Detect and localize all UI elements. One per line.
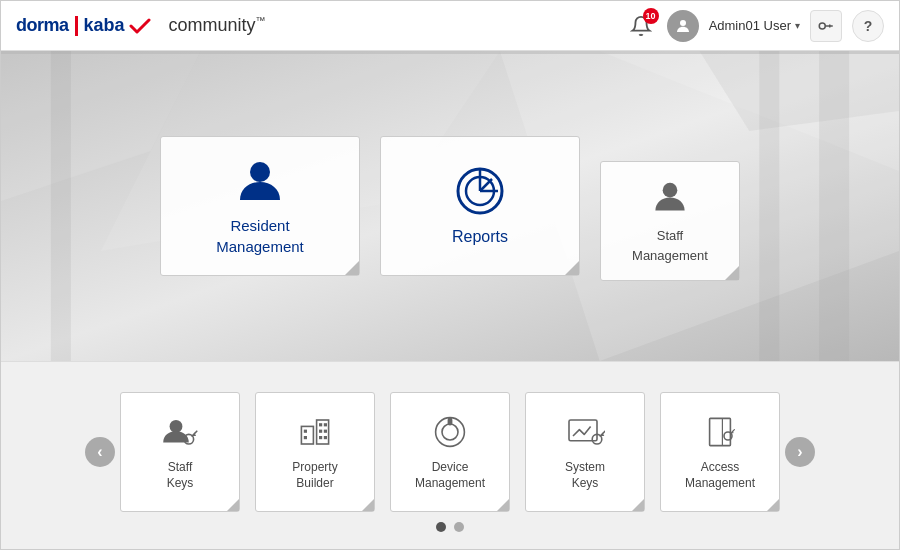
svg-point-1 — [819, 23, 825, 29]
hero-section: ResidentManagement Reports — [1, 51, 899, 361]
svg-rect-27 — [319, 436, 322, 439]
svg-rect-26 — [324, 430, 327, 433]
access-management-label: AccessManagement — [685, 460, 755, 491]
user-menu-button[interactable]: Admin01 User ▾ — [709, 18, 800, 33]
carousel-next-button[interactable]: › — [785, 437, 815, 467]
system-keys-icon — [565, 412, 605, 452]
carousel-dot-2[interactable] — [454, 522, 464, 532]
svg-point-0 — [680, 20, 686, 26]
svg-point-30 — [442, 424, 458, 440]
reports-card[interactable]: Reports — [380, 136, 580, 276]
svg-rect-24 — [324, 423, 327, 426]
svg-rect-11 — [759, 51, 779, 361]
help-button[interactable]: ? — [852, 10, 884, 42]
logo-symbol — [129, 17, 151, 35]
logo-dorm: dorma — [16, 15, 69, 36]
svg-rect-12 — [51, 51, 71, 361]
hero-cards-container: ResidentManagement Reports — [160, 131, 740, 281]
carousel-dots — [436, 522, 464, 532]
bottom-carousel: ‹ StaffKeys — [1, 392, 899, 512]
carousel-prev-button[interactable]: ‹ — [85, 437, 115, 467]
user-icon — [674, 17, 692, 35]
svg-rect-28 — [324, 436, 327, 439]
notification-badge: 10 — [643, 8, 659, 24]
staff-keys-label: StaffKeys — [167, 460, 194, 491]
system-keys-label: SystemKeys — [565, 460, 605, 491]
device-management-label: DeviceManagement — [415, 460, 485, 491]
svg-rect-19 — [301, 426, 313, 444]
bottom-cards-container: StaffKeys — [120, 392, 780, 512]
bottom-section: ‹ StaffKeys — [1, 361, 899, 550]
header-right: 10 Admin01 User ▾ ? — [625, 10, 884, 42]
svg-rect-10 — [819, 51, 849, 361]
logo-red-divider — [75, 16, 78, 36]
app-name-label: community™ — [169, 15, 266, 36]
staff-management-icon — [651, 177, 689, 215]
staff-keys-card[interactable]: StaffKeys — [120, 392, 240, 512]
svg-rect-23 — [319, 423, 322, 426]
property-builder-icon — [295, 412, 335, 452]
svg-rect-22 — [304, 436, 307, 439]
property-builder-label: PropertyBuilder — [292, 460, 337, 491]
svg-rect-21 — [304, 430, 307, 433]
help-icon: ? — [864, 18, 873, 34]
svg-rect-31 — [448, 418, 453, 426]
staff-management-card[interactable]: StaffManagement — [600, 161, 740, 281]
device-management-card[interactable]: DeviceManagement — [390, 392, 510, 512]
chevron-down-icon: ▾ — [795, 20, 800, 31]
property-builder-card[interactable]: PropertyBuilder — [255, 392, 375, 512]
key-settings-button[interactable] — [810, 10, 842, 42]
header-left: dormakaba community™ — [16, 15, 266, 36]
logo-kaba: kaba — [84, 15, 125, 36]
svg-point-17 — [170, 420, 183, 433]
notifications-button[interactable]: 10 — [625, 10, 657, 42]
staff-management-label: StaffManagement — [632, 225, 708, 265]
key-icon — [817, 17, 835, 35]
carousel-dot-1[interactable] — [436, 522, 446, 532]
access-management-card[interactable]: AccessManagement — [660, 392, 780, 512]
reports-label: Reports — [452, 227, 508, 248]
system-keys-card[interactable]: SystemKeys — [525, 392, 645, 512]
access-management-icon — [700, 412, 740, 452]
reports-icon — [454, 165, 506, 217]
dormakaba-logo: dormakaba — [16, 15, 151, 36]
device-management-icon — [430, 412, 470, 452]
resident-management-label: ResidentManagement — [216, 216, 304, 258]
user-avatar[interactable] — [667, 10, 699, 42]
svg-point-13 — [250, 162, 270, 182]
svg-rect-25 — [319, 430, 322, 433]
user-name-label: Admin01 User — [709, 18, 791, 33]
resident-management-icon — [234, 154, 286, 206]
staff-keys-icon — [160, 412, 200, 452]
header: dormakaba community™ 10 Admin01 User — [1, 1, 899, 51]
resident-management-card[interactable]: ResidentManagement — [160, 136, 360, 276]
svg-point-16 — [663, 183, 678, 198]
